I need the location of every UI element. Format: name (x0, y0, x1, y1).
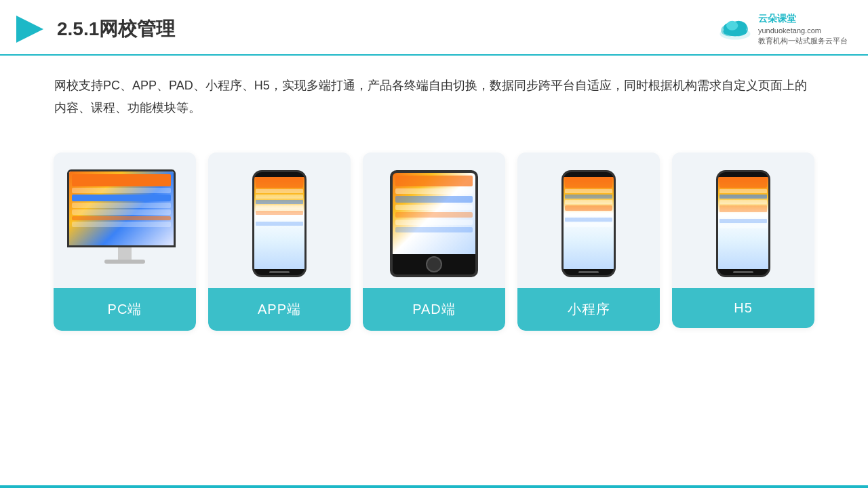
card-pad-image (363, 152, 505, 288)
svg-point-7 (726, 21, 738, 30)
logo-area: 云朵课堂 yunduoketang.com 教育机构一站式服务云平台 (717, 12, 848, 46)
logo-tagline: 教育机构一站式服务云平台 (758, 36, 848, 46)
cards-section: PC端 APP端 (0, 132, 868, 331)
pc-monitor-icon (67, 169, 182, 278)
logo-icon (717, 17, 753, 41)
card-mini-label: 小程序 (517, 288, 660, 331)
card-pad: PAD端 (363, 152, 505, 331)
page-title: 2.5.1网校管理 (57, 16, 175, 42)
card-mini-image (517, 152, 660, 288)
card-app-image (208, 152, 351, 288)
logo-domain: yunduoketang.com (758, 26, 848, 36)
phone-mini-icon (561, 170, 616, 277)
card-h5-image (672, 152, 814, 288)
play-icon (14, 13, 46, 45)
card-pc-label: PC端 (54, 288, 196, 331)
description: 网校支持PC、APP、PAD、小程序、H5，实现多端打通，产品各终端自由切换，数… (0, 56, 868, 125)
logo-name: 云朵课堂 (758, 12, 848, 26)
card-app-label: APP端 (208, 288, 351, 331)
logo-text: 云朵课堂 yunduoketang.com 教育机构一站式服务云平台 (758, 12, 848, 46)
card-h5: H5 (672, 152, 814, 328)
card-mini: 小程序 (517, 152, 660, 331)
card-app: APP端 (208, 152, 351, 331)
description-text: 网校支持PC、APP、PAD、小程序、H5，实现多端打通，产品各终端自由切换，数… (54, 79, 807, 114)
card-pc: PC端 (54, 152, 196, 331)
header-left: 2.5.1网校管理 (14, 13, 175, 45)
tablet-pad-icon (390, 170, 478, 277)
card-h5-label: H5 (672, 288, 814, 328)
phone-app-icon (252, 170, 307, 277)
bottom-bar (0, 485, 868, 488)
svg-marker-0 (16, 16, 43, 43)
header: 2.5.1网校管理 云朵课堂 yunduoketang.com 教育机构一站式服… (0, 0, 868, 56)
card-pad-label: PAD端 (363, 288, 505, 331)
phone-h5-icon (716, 170, 770, 277)
card-pc-image (54, 152, 196, 288)
